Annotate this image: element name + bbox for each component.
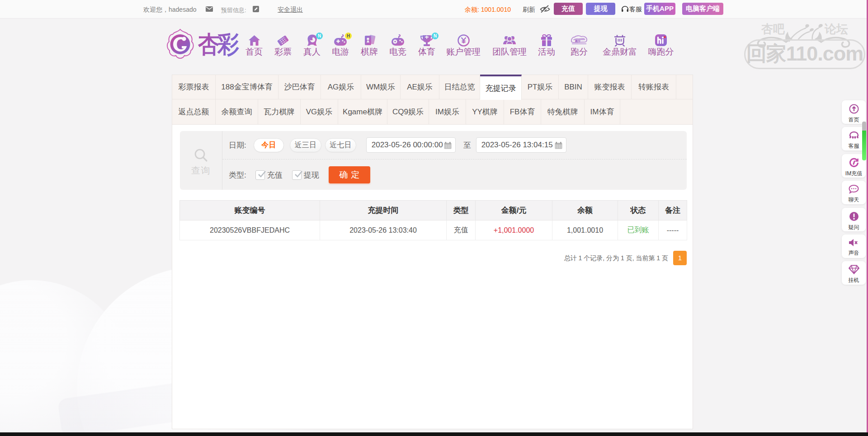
- svg-text:跑分: 跑分: [575, 40, 581, 43]
